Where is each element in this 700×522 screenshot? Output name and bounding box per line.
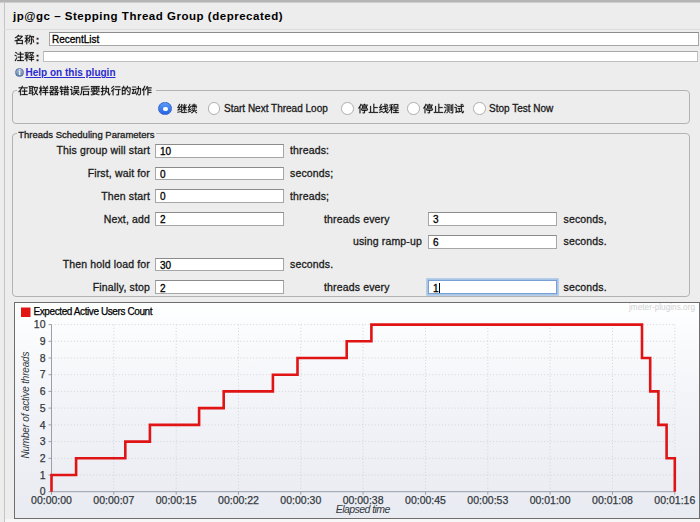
- svg-text:00:00:22: 00:00:22: [218, 494, 259, 506]
- svg-text:8: 8: [40, 352, 46, 364]
- svg-text:00:00:07: 00:00:07: [93, 494, 134, 506]
- svg-text:10: 10: [34, 318, 46, 330]
- svg-text:00:01:08: 00:01:08: [592, 494, 633, 506]
- svg-text:5: 5: [40, 402, 46, 414]
- svg-text:6: 6: [40, 385, 46, 397]
- svg-text:9: 9: [40, 335, 46, 347]
- svg-text:00:00:45: 00:00:45: [405, 494, 446, 506]
- svg-text:00:00:30: 00:00:30: [280, 494, 321, 506]
- svg-text:Number of active threads: Number of active threads: [21, 352, 32, 459]
- svg-text:jmeter-plugins.org: jmeter-plugins.org: [628, 303, 695, 312]
- svg-text:1: 1: [40, 469, 46, 481]
- svg-text:4: 4: [40, 419, 46, 431]
- svg-text:00:00:15: 00:00:15: [156, 494, 197, 506]
- svg-text:00:01:00: 00:01:00: [530, 494, 571, 506]
- svg-text:7: 7: [40, 368, 46, 380]
- svg-text:Expected Active Users Count: Expected Active Users Count: [34, 306, 153, 317]
- svg-text:Elapsed time: Elapsed time: [336, 503, 391, 515]
- svg-text:00:00:53: 00:00:53: [467, 494, 508, 506]
- svg-text:3: 3: [40, 435, 46, 447]
- svg-text:2: 2: [40, 452, 46, 464]
- svg-text:00:01:16: 00:01:16: [654, 494, 695, 506]
- svg-text:00:00:00: 00:00:00: [31, 494, 72, 506]
